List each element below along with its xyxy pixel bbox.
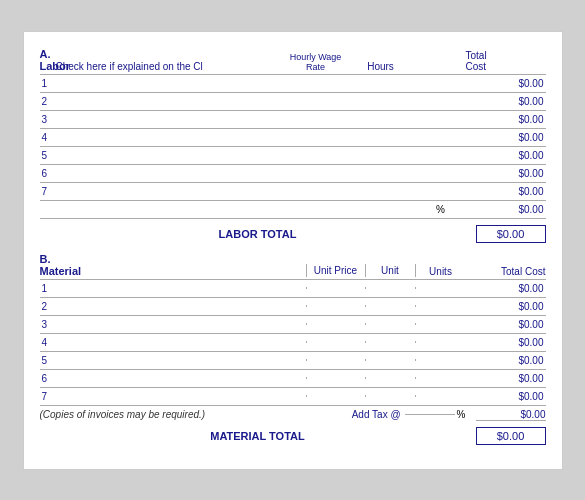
add-tax-label: Add Tax @	[352, 409, 401, 420]
labor-wage[interactable]	[346, 82, 416, 84]
material-col-total: Total Cost	[476, 266, 546, 277]
labor-row-3: 3 $0.00	[40, 111, 546, 129]
labor-row-num: 1	[40, 77, 56, 90]
labor-desc[interactable]	[56, 82, 286, 84]
material-col-units: Units	[416, 266, 466, 277]
labor-total-row: LABOR TOTAL $0.00	[40, 225, 546, 243]
add-tax-row: (Copies of invoices may be required.) Ad…	[40, 409, 546, 421]
tax-input[interactable]	[405, 414, 455, 415]
page: A. Labor Check here if explained on the …	[23, 31, 563, 470]
labor-tax-row: % $0.00	[40, 201, 546, 219]
labor-check[interactable]	[286, 82, 346, 84]
labor-hours[interactable]	[416, 82, 466, 84]
labor-row-2: 2 $0.00	[40, 93, 546, 111]
add-tax-total: $0.00	[476, 409, 546, 421]
labor-col-wage: Hourly Wage Rate	[286, 52, 346, 72]
labor-header: A. Labor Check here if explained on the …	[40, 48, 546, 75]
labor-total: $0.00	[476, 77, 546, 90]
material-row-7: 7 $0.00	[40, 388, 546, 406]
labor-total-label: LABOR TOTAL	[219, 228, 297, 240]
material-row-3: 3 $0.00	[40, 316, 546, 334]
material-row-1: 1 $0.00	[40, 280, 546, 298]
material-row-5: 5 $0.00	[40, 352, 546, 370]
labor-section-title: A. Labor	[40, 48, 56, 72]
material-total-value: $0.00	[476, 427, 546, 445]
labor-col-total: Total Cost	[466, 50, 476, 72]
material-col-unit: Unit	[366, 264, 416, 277]
material-row-2: 2 $0.00	[40, 298, 546, 316]
tax-percent-symbol: %	[457, 409, 466, 420]
labor-tax-symbol: %	[416, 203, 466, 216]
material-section-title: B. Material	[40, 253, 56, 277]
material-total-row: MATERIAL TOTAL $0.00	[40, 427, 546, 445]
copies-note: (Copies of invoices may be required.)	[40, 409, 352, 420]
labor-col-check: Check here if explained on the Cl	[56, 61, 286, 72]
material-col-unit-price: Unit Price	[306, 264, 366, 277]
labor-row-6: 6 $0.00	[40, 165, 546, 183]
labor-row-1: 1 $0.00	[40, 75, 546, 93]
material-row-4: 4 $0.00	[40, 334, 546, 352]
material-header: B. Material Unit Price Unit Units Total …	[40, 253, 546, 280]
labor-total-value: $0.00	[476, 225, 546, 243]
labor-col-hours: Hours	[346, 61, 416, 72]
labor-row-5: 5 $0.00	[40, 147, 546, 165]
material-row-6: 6 $0.00	[40, 370, 546, 388]
labor-row-7: 7 $0.00	[40, 183, 546, 201]
material-total-label: MATERIAL TOTAL	[210, 430, 305, 442]
labor-row-4: 4 $0.00	[40, 129, 546, 147]
